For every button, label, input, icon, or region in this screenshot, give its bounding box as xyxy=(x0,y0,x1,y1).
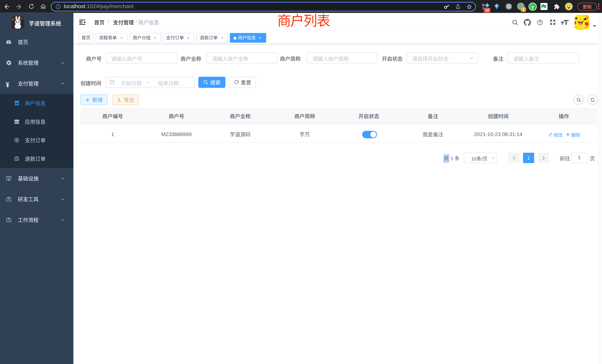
svg-text:y: y xyxy=(531,4,534,9)
